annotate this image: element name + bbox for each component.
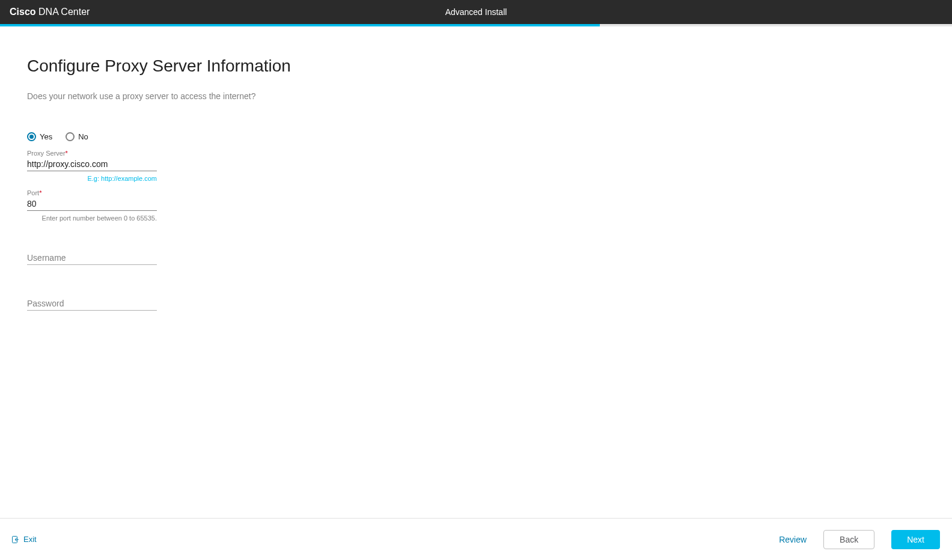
brand-rest: DNA Center (36, 7, 90, 17)
header-title: Advanced Install (445, 7, 507, 17)
required-asterisk: * (39, 189, 41, 196)
proxy-server-group: Proxy Server* E.g: http://example.com (27, 150, 157, 182)
proxy-server-label: Proxy Server* (27, 150, 157, 157)
next-button[interactable]: Next (891, 530, 940, 549)
password-group (27, 296, 157, 311)
port-input[interactable] (27, 196, 157, 211)
exit-label: Exit (23, 535, 37, 544)
brand-bold: Cisco (10, 7, 36, 17)
proxy-server-hint: E.g: http://example.com (27, 175, 157, 182)
required-asterisk: * (66, 150, 68, 157)
footer-right: Review Back Next (779, 530, 940, 549)
exit-link[interactable]: Exit (12, 535, 37, 544)
radio-yes[interactable]: Yes (27, 132, 52, 141)
radio-selected-icon (27, 132, 36, 141)
username-group (27, 251, 157, 265)
back-button[interactable]: Back (823, 530, 874, 549)
radio-no-label: No (78, 132, 88, 141)
username-input[interactable] (27, 251, 157, 265)
review-link[interactable]: Review (779, 535, 807, 544)
radio-unselected-icon (66, 132, 75, 141)
proxy-server-input[interactable] (27, 157, 157, 171)
radio-yes-label: Yes (40, 132, 52, 141)
radio-dot-icon (29, 135, 34, 139)
progress-bar-fill (0, 24, 600, 26)
footer-bar: Exit Review Back Next (0, 518, 952, 560)
main-content: Configure Proxy Server Information Does … (0, 26, 952, 311)
port-label: Port* (27, 189, 157, 196)
password-input[interactable] (27, 296, 157, 311)
port-hint: Enter port number between 0 to 65535. (27, 215, 157, 222)
proxy-radio-group: Yes No (27, 132, 925, 141)
radio-no[interactable]: No (66, 132, 88, 141)
page-subtitle: Does your network use a proxy server to … (27, 91, 925, 101)
app-header: Cisco DNA Center Advanced Install (0, 0, 952, 24)
page-title: Configure Proxy Server Information (27, 56, 925, 76)
brand: Cisco DNA Center (10, 7, 90, 17)
exit-icon (12, 535, 20, 544)
progress-bar-track (0, 24, 952, 26)
port-group: Port* Enter port number between 0 to 655… (27, 189, 157, 222)
